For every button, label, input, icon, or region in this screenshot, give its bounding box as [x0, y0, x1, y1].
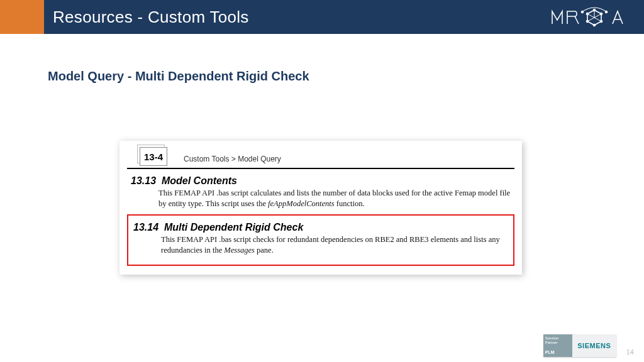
svg-point-2: [601, 21, 602, 23]
section-number: 13.13: [131, 175, 156, 186]
section-title: Multi Dependent Rigid Check: [164, 222, 303, 233]
svg-point-1: [601, 13, 602, 15]
slide-page-number: 14: [623, 348, 634, 357]
section-title: Model Contents: [162, 175, 237, 186]
siemens-logo: SIEMENS: [572, 334, 616, 357]
badge-left: Solution Partner PLM: [543, 334, 572, 357]
svg-point-5: [587, 13, 589, 15]
svg-point-7: [606, 11, 608, 13]
doc-header-row: 13-4 Custom Tools > Model Query: [127, 147, 514, 169]
section-heading: 13.14 Multi Dependent Rigid Check: [133, 222, 511, 233]
footer: Solution Partner PLM SIEMENS 14: [543, 334, 634, 357]
header-bar: Resources - Custom Tools: [0, 0, 644, 34]
section-number: 13.14: [133, 222, 158, 233]
svg-point-6: [582, 11, 584, 13]
svg-point-0: [594, 9, 596, 11]
slide-title: Resources - Custom Tools: [44, 0, 543, 34]
highlighted-section: 13.14 Multi Dependent Rigid Check This F…: [127, 214, 514, 266]
pane-name: Messages: [224, 246, 255, 255]
section-body: This FEMAP API .bas script checks for re…: [161, 234, 511, 256]
partner-badge: Solution Partner PLM SIEMENS: [543, 334, 616, 357]
documentation-excerpt: 13-4 Custom Tools > Model Query 13.13 Mo…: [119, 141, 522, 275]
function-name: feAppModelContents: [268, 199, 335, 208]
maya-logo: [543, 0, 644, 34]
section-heading: 13.13 Model Contents: [131, 175, 514, 187]
content-area: Model Query - Multi Dependent Rigid Chec…: [0, 34, 644, 84]
section-model-contents: 13.13 Model Contents This FEMAP API .bas…: [127, 175, 514, 209]
breadcrumb: Custom Tools > Model Query: [184, 155, 281, 166]
svg-point-3: [594, 25, 596, 26]
subtitle: Model Query - Multi Dependent Rigid Chec…: [48, 69, 644, 84]
section-body: This FEMAP API .bas script calculates an…: [158, 188, 514, 209]
svg-point-4: [587, 21, 589, 23]
accent-block: [0, 0, 44, 34]
page-number-tab: 13-4: [140, 147, 167, 166]
badge-plm-text: PLM: [545, 350, 570, 355]
badge-top-text: Solution Partner: [545, 336, 570, 344]
